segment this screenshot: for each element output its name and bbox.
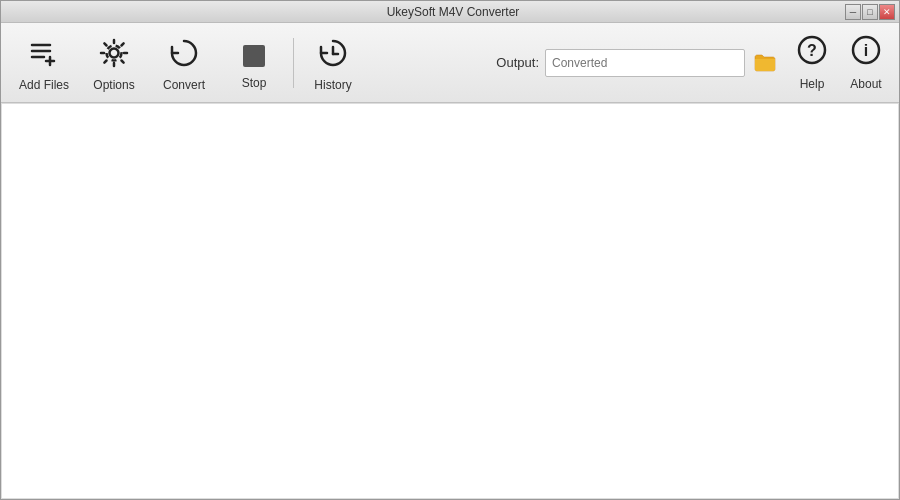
- toolbar-separator: [293, 38, 294, 88]
- svg-text:?: ?: [807, 42, 817, 59]
- about-icon: i: [850, 34, 882, 73]
- about-button[interactable]: i About: [841, 27, 891, 99]
- convert-button[interactable]: Convert: [149, 27, 219, 99]
- add-files-label: Add Files: [19, 78, 69, 92]
- window-title: UkeySoft M4V Converter: [61, 5, 845, 19]
- toolbar: Add Files Options: [1, 23, 899, 103]
- main-window: UkeySoft M4V Converter ─ □ ✕: [0, 0, 900, 500]
- stop-button[interactable]: Stop: [219, 27, 289, 99]
- svg-point-5: [110, 49, 119, 58]
- history-label: History: [314, 78, 351, 92]
- svg-text:i: i: [864, 42, 868, 59]
- history-icon: [317, 37, 349, 74]
- toolbar-left: Add Files Options: [9, 27, 368, 99]
- window-controls: ─ □ ✕: [845, 4, 895, 20]
- convert-label: Convert: [163, 78, 205, 92]
- help-about-section: ? Help i About: [787, 27, 891, 99]
- convert-icon: [168, 37, 200, 74]
- options-button[interactable]: Options: [79, 27, 149, 99]
- main-content-area: [1, 103, 899, 499]
- stop-label: Stop: [242, 76, 267, 90]
- stop-icon: [243, 40, 265, 72]
- gear-icon: [98, 37, 130, 74]
- add-files-button[interactable]: Add Files: [9, 27, 79, 99]
- about-label: About: [850, 77, 881, 91]
- help-icon: ?: [796, 34, 828, 73]
- help-button[interactable]: ? Help: [787, 27, 837, 99]
- toolbar-right: Output: ?: [496, 27, 891, 99]
- add-files-icon: [28, 37, 60, 74]
- minimize-button[interactable]: ─: [845, 4, 861, 20]
- help-label: Help: [800, 77, 825, 91]
- browse-folder-button[interactable]: [751, 49, 779, 77]
- history-button[interactable]: History: [298, 27, 368, 99]
- output-section: Output:: [496, 49, 779, 77]
- options-label: Options: [93, 78, 134, 92]
- output-input[interactable]: [545, 49, 745, 77]
- restore-button[interactable]: □: [862, 4, 878, 20]
- close-button[interactable]: ✕: [879, 4, 895, 20]
- title-bar: UkeySoft M4V Converter ─ □ ✕: [1, 1, 899, 23]
- output-label: Output:: [496, 55, 539, 70]
